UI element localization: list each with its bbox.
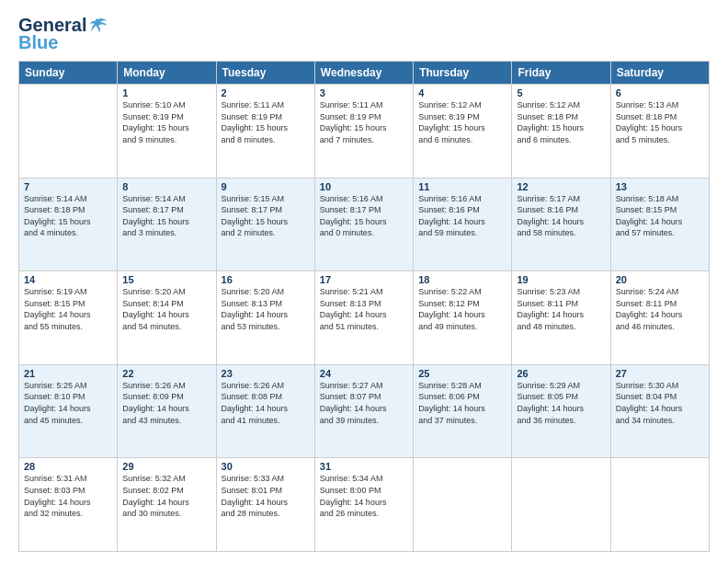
day-cell: 18Sunrise: 5:22 AMSunset: 8:12 PMDayligh… <box>414 271 512 365</box>
day-number: 14 <box>24 274 112 285</box>
day-number: 26 <box>517 368 605 379</box>
day-number: 2 <box>222 87 310 98</box>
day-info: Sunrise: 5:17 AMSunset: 8:16 PMDaylight:… <box>517 193 605 239</box>
week-row-3: 14Sunrise: 5:19 AMSunset: 8:15 PMDayligh… <box>19 271 710 365</box>
day-cell: 24Sunrise: 5:27 AMSunset: 8:07 PMDayligh… <box>314 364 413 458</box>
day-number: 27 <box>616 368 704 379</box>
day-cell: 1Sunrise: 5:10 AMSunset: 8:19 PMDaylight… <box>118 85 216 178</box>
day-cell: 25Sunrise: 5:28 AMSunset: 8:06 PMDayligh… <box>414 364 512 458</box>
day-number: 4 <box>418 87 506 98</box>
day-cell: 8Sunrise: 5:14 AMSunset: 8:17 PMDaylight… <box>118 178 216 271</box>
day-cell: 19Sunrise: 5:23 AMSunset: 8:11 PMDayligh… <box>512 271 610 365</box>
day-info: Sunrise: 5:20 AMSunset: 8:14 PMDaylight:… <box>122 286 210 332</box>
weekday-header-tuesday: Tuesday <box>216 62 314 85</box>
day-info: Sunrise: 5:18 AMSunset: 8:15 PMDaylight:… <box>616 193 704 239</box>
day-cell: 22Sunrise: 5:26 AMSunset: 8:09 PMDayligh… <box>118 364 216 458</box>
day-cell: 9Sunrise: 5:15 AMSunset: 8:17 PMDaylight… <box>216 178 314 271</box>
logo: General Blue <box>18 15 108 53</box>
day-cell: 12Sunrise: 5:17 AMSunset: 8:16 PMDayligh… <box>512 178 610 271</box>
day-cell: 5Sunrise: 5:12 AMSunset: 8:18 PMDaylight… <box>512 85 610 178</box>
day-info: Sunrise: 5:16 AMSunset: 8:16 PMDaylight:… <box>418 193 506 239</box>
day-cell: 30Sunrise: 5:33 AMSunset: 8:01 PMDayligh… <box>216 458 314 552</box>
page: General Blue SundayMondayTuesdayWednesda… <box>0 0 728 563</box>
day-number: 8 <box>122 181 210 192</box>
day-info: Sunrise: 5:12 AMSunset: 8:19 PMDaylight:… <box>418 99 506 145</box>
day-cell: 11Sunrise: 5:16 AMSunset: 8:16 PMDayligh… <box>414 178 512 271</box>
day-cell: 4Sunrise: 5:12 AMSunset: 8:19 PMDaylight… <box>414 85 512 178</box>
day-number: 12 <box>517 181 605 192</box>
day-cell: 23Sunrise: 5:26 AMSunset: 8:08 PMDayligh… <box>216 364 314 458</box>
weekday-header-wednesday: Wednesday <box>314 62 413 85</box>
day-cell: 2Sunrise: 5:11 AMSunset: 8:19 PMDaylight… <box>216 85 314 178</box>
weekday-header-sunday: Sunday <box>19 62 118 85</box>
header: General Blue <box>18 15 710 53</box>
day-number: 31 <box>320 461 408 472</box>
day-number: 7 <box>24 181 112 192</box>
day-cell: 10Sunrise: 5:16 AMSunset: 8:17 PMDayligh… <box>314 178 413 271</box>
day-number: 6 <box>616 87 704 98</box>
weekday-header-saturday: Saturday <box>610 62 709 85</box>
day-info: Sunrise: 5:19 AMSunset: 8:15 PMDaylight:… <box>24 286 112 332</box>
day-cell: 17Sunrise: 5:21 AMSunset: 8:13 PMDayligh… <box>314 271 413 365</box>
day-info: Sunrise: 5:23 AMSunset: 8:11 PMDaylight:… <box>517 286 605 332</box>
day-info: Sunrise: 5:10 AMSunset: 8:19 PMDaylight:… <box>122 99 210 145</box>
week-row-5: 28Sunrise: 5:31 AMSunset: 8:03 PMDayligh… <box>19 458 710 552</box>
day-info: Sunrise: 5:27 AMSunset: 8:07 PMDaylight:… <box>320 380 408 426</box>
day-number: 19 <box>517 274 605 285</box>
day-info: Sunrise: 5:11 AMSunset: 8:19 PMDaylight:… <box>320 99 408 145</box>
day-number: 28 <box>24 461 112 472</box>
day-cell <box>19 85 118 178</box>
day-info: Sunrise: 5:26 AMSunset: 8:08 PMDaylight:… <box>222 380 310 426</box>
weekday-header-thursday: Thursday <box>414 62 512 85</box>
calendar-table: SundayMondayTuesdayWednesdayThursdayFrid… <box>18 61 710 552</box>
day-info: Sunrise: 5:26 AMSunset: 8:09 PMDaylight:… <box>122 380 210 426</box>
day-info: Sunrise: 5:24 AMSunset: 8:11 PMDaylight:… <box>616 286 704 332</box>
day-number: 15 <box>122 274 210 285</box>
day-number: 10 <box>320 181 408 192</box>
day-cell: 6Sunrise: 5:13 AMSunset: 8:18 PMDaylight… <box>610 85 709 178</box>
day-info: Sunrise: 5:30 AMSunset: 8:04 PMDaylight:… <box>616 380 704 426</box>
day-number: 11 <box>418 181 506 192</box>
day-number: 16 <box>222 274 310 285</box>
day-number: 3 <box>320 87 408 98</box>
logo-blue: Blue <box>18 32 58 53</box>
day-info: Sunrise: 5:34 AMSunset: 8:00 PMDaylight:… <box>320 473 408 519</box>
logo-bird-icon <box>88 16 108 36</box>
day-info: Sunrise: 5:14 AMSunset: 8:17 PMDaylight:… <box>122 193 210 239</box>
day-cell <box>512 458 610 552</box>
day-info: Sunrise: 5:21 AMSunset: 8:13 PMDaylight:… <box>320 286 408 332</box>
week-row-1: 1Sunrise: 5:10 AMSunset: 8:19 PMDaylight… <box>19 85 710 178</box>
day-cell <box>610 458 709 552</box>
day-info: Sunrise: 5:15 AMSunset: 8:17 PMDaylight:… <box>222 193 310 239</box>
day-number: 24 <box>320 368 408 379</box>
day-number: 20 <box>616 274 704 285</box>
day-number: 9 <box>222 181 310 192</box>
day-number: 5 <box>517 87 605 98</box>
day-number: 1 <box>122 87 210 98</box>
day-cell: 15Sunrise: 5:20 AMSunset: 8:14 PMDayligh… <box>118 271 216 365</box>
day-cell: 7Sunrise: 5:14 AMSunset: 8:18 PMDaylight… <box>19 178 118 271</box>
day-info: Sunrise: 5:14 AMSunset: 8:18 PMDaylight:… <box>24 193 112 239</box>
day-cell: 31Sunrise: 5:34 AMSunset: 8:00 PMDayligh… <box>314 458 413 552</box>
day-info: Sunrise: 5:13 AMSunset: 8:18 PMDaylight:… <box>616 99 704 145</box>
day-info: Sunrise: 5:33 AMSunset: 8:01 PMDaylight:… <box>222 473 310 519</box>
day-cell: 26Sunrise: 5:29 AMSunset: 8:05 PMDayligh… <box>512 364 610 458</box>
week-row-4: 21Sunrise: 5:25 AMSunset: 8:10 PMDayligh… <box>19 364 710 458</box>
day-number: 30 <box>222 461 310 472</box>
day-info: Sunrise: 5:31 AMSunset: 8:03 PMDaylight:… <box>24 473 112 519</box>
day-cell: 14Sunrise: 5:19 AMSunset: 8:15 PMDayligh… <box>19 271 118 365</box>
day-number: 21 <box>24 368 112 379</box>
day-info: Sunrise: 5:25 AMSunset: 8:10 PMDaylight:… <box>24 380 112 426</box>
day-info: Sunrise: 5:16 AMSunset: 8:17 PMDaylight:… <box>320 193 408 239</box>
day-cell <box>414 458 512 552</box>
day-cell: 13Sunrise: 5:18 AMSunset: 8:15 PMDayligh… <box>610 178 709 271</box>
day-cell: 16Sunrise: 5:20 AMSunset: 8:13 PMDayligh… <box>216 271 314 365</box>
day-cell: 29Sunrise: 5:32 AMSunset: 8:02 PMDayligh… <box>118 458 216 552</box>
day-info: Sunrise: 5:22 AMSunset: 8:12 PMDaylight:… <box>418 286 506 332</box>
day-cell: 3Sunrise: 5:11 AMSunset: 8:19 PMDaylight… <box>314 85 413 178</box>
day-info: Sunrise: 5:20 AMSunset: 8:13 PMDaylight:… <box>222 286 310 332</box>
weekday-header-row: SundayMondayTuesdayWednesdayThursdayFrid… <box>19 62 710 85</box>
day-number: 22 <box>122 368 210 379</box>
day-number: 18 <box>418 274 506 285</box>
week-row-2: 7Sunrise: 5:14 AMSunset: 8:18 PMDaylight… <box>19 178 710 271</box>
